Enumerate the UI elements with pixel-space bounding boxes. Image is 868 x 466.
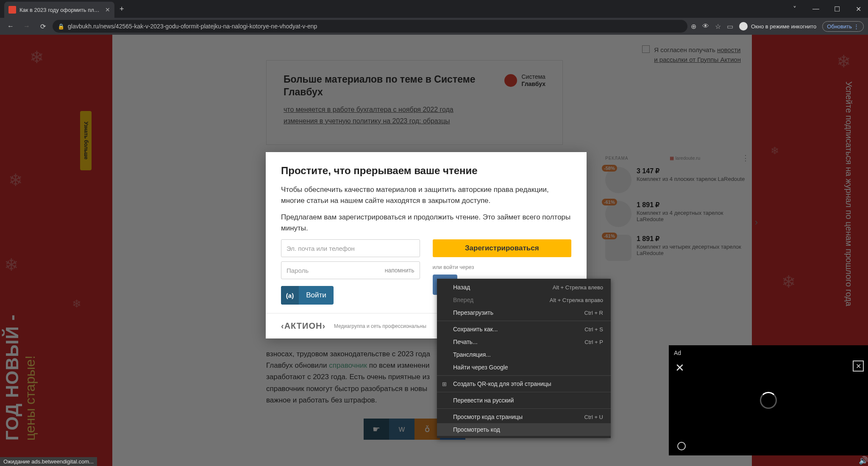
ad-image: -58% — [605, 167, 632, 193]
cm-separator — [437, 408, 611, 409]
newsletter-link[interactable]: и рассылки от Группы Актион — [654, 56, 741, 63]
ad-image: -61% — [605, 235, 632, 261]
favicon-icon — [8, 6, 16, 14]
snowflake-icon: ❄ — [771, 145, 779, 157]
left-banner[interactable]: ❄ ❄ ❄ ❄ ГОД НОВЫЙ - цены старые! Узнать … — [0, 35, 112, 466]
dropdown-icon[interactable]: ˅ — [785, 2, 804, 16]
incognito-icon — [739, 22, 748, 31]
new-tab-button[interactable]: + — [120, 5, 124, 14]
update-button[interactable]: Обновить ⋮ — [822, 21, 864, 32]
cm-search-google[interactable]: Найти через Google — [437, 361, 611, 374]
aktion-logo: ‹АКТИОН› — [281, 321, 326, 331]
ad-next-icon[interactable]: › — [755, 217, 758, 228]
ad-header: РЕКЛАМА ▦ laredoute.ru ⋮ — [605, 153, 749, 163]
register-button[interactable]: Зарегистрироваться — [433, 239, 572, 257]
sound-icon[interactable]: 🔊 — [859, 456, 868, 465]
ad-progress-icon — [677, 442, 686, 450]
ad-close-box-icon[interactable]: ✕ — [853, 361, 864, 372]
cm-create-qr[interactable]: ⊞Создать QR-код для этой страницы — [437, 377, 611, 390]
consent-block: Я согласен получать новости и рассылки о… — [642, 45, 741, 64]
cm-separator — [437, 392, 611, 392]
loading-spinner-icon — [760, 392, 777, 409]
login-button[interactable]: (a) Войти — [281, 286, 334, 305]
ad-item[interactable]: -61% 1 891 ₽ Комплект из 4 десертных тар… — [605, 201, 749, 227]
cm-save-as[interactable]: Сохранить как...Ctrl + S — [437, 323, 611, 336]
minimize-button[interactable]: — — [806, 2, 826, 16]
viewport: ❄ ❄ ❄ ❄ ГОД НОВЫЙ - цены старые! Узнать … — [0, 35, 868, 466]
ad-domain[interactable]: ▦ laredoute.ru — [670, 155, 700, 161]
ad-menu-icon[interactable]: ⋮ — [742, 153, 749, 163]
incognito-label: Окно в режиме инкогнито — [751, 23, 816, 30]
consent-checkbox[interactable] — [642, 45, 650, 53]
reload-button[interactable]: ⟳ — [36, 20, 49, 33]
reference-link[interactable]: справочник — [329, 361, 367, 369]
password-field[interactable]: Пароль напомнить — [281, 261, 420, 279]
cm-view-source[interactable]: Просмотр кода страницыCtrl + U — [437, 411, 611, 423]
reading-list-icon[interactable]: ▭ — [727, 22, 733, 31]
lock-icon: 🔒 — [58, 23, 64, 30]
snowflake-icon: ❄ — [8, 170, 23, 190]
login-prefix-icon: (a) — [281, 286, 299, 305]
cm-separator — [437, 375, 611, 376]
bookmark-icon[interactable]: ☆ — [715, 22, 721, 31]
address-bar: ← → ⟳ 🔒 glavbukh.ru/news/42565-kak-v-202… — [0, 18, 868, 35]
related-materials-box: Система Главбух Больше материалов по тем… — [266, 60, 563, 145]
snowflake-icon: ❄ — [837, 52, 851, 71]
snowflake-icon: ❄ — [72, 297, 81, 311]
snowflake-icon: ❄ — [782, 272, 796, 291]
ad-item[interactable]: -61% 1 891 ₽ Комплект из четырех десертн… — [605, 235, 749, 261]
brand-text: Система Главбух — [521, 73, 545, 88]
url-input[interactable]: 🔒 glavbukh.ru/news/42565-kak-v-2023-godu… — [53, 20, 687, 33]
cm-cast[interactable]: Трансляция... — [437, 348, 611, 361]
share-ok-icon[interactable]: ǒ — [415, 419, 440, 440]
learn-more-sticker[interactable]: Узнать больше — [80, 111, 92, 170]
related-link[interactable]: что меняется в работе бухгалтера с ноябр… — [284, 104, 545, 115]
close-window-button[interactable]: ✕ — [849, 2, 868, 16]
brand-icon — [504, 74, 517, 87]
cm-back[interactable]: НазадAlt + Стрелка влево — [437, 281, 611, 294]
news-link[interactable]: новости — [717, 46, 741, 53]
cm-print[interactable]: Печать...Ctrl + P — [437, 336, 611, 348]
ad-label: Ad — [674, 350, 681, 356]
qr-icon: ⊞ — [442, 381, 447, 387]
cm-translate[interactable]: Перевести на русский — [437, 394, 611, 407]
close-tab-icon[interactable]: ✕ — [105, 6, 110, 13]
cm-inspect[interactable]: Просмотреть код — [437, 423, 611, 436]
remind-link[interactable]: напомнить — [385, 267, 415, 274]
share-vk-icon[interactable]: w — [389, 419, 415, 440]
ad-close-x-icon[interactable]: ✕ — [675, 361, 684, 374]
cm-forward: ВпередAlt + Стрелка вправо — [437, 294, 611, 306]
back-button[interactable]: ← — [4, 20, 17, 33]
context-menu: НазадAlt + Стрелка влево ВпередAlt + Стр… — [437, 279, 611, 438]
maximize-button[interactable]: ☐ — [827, 2, 847, 16]
related-links: что меняется в работе бухгалтера с ноябр… — [284, 104, 545, 127]
consent-text: Я согласен получать новости и рассылки о… — [654, 45, 741, 64]
email-field[interactable]: Эл. почта или телефон — [281, 239, 420, 257]
share-pointer-icon[interactable]: ☛ — [364, 419, 389, 440]
title-bar: Как в 2023 году оформить плат... ✕ + ˅ —… — [0, 0, 868, 18]
cm-reload[interactable]: ПерезагрузитьCtrl + R — [437, 306, 611, 319]
ad-sidebar: РЕКЛАМА ▦ laredoute.ru ⋮ -58% 3 147 ₽ Ко… — [605, 153, 749, 269]
url-text: glavbukh.ru/news/42565-kak-v-2023-godu-o… — [68, 23, 317, 30]
ad-item[interactable]: -58% 3 147 ₽ Комплект из 4 плоских тарел… — [605, 167, 749, 193]
status-bar: Ожидание ads.betweendigital.com... — [0, 457, 97, 466]
eye-off-icon[interactable]: 👁 — [702, 22, 709, 30]
window-controls: ˅ — ☐ ✕ — [785, 2, 868, 16]
snowflake-icon: ❄ — [4, 255, 19, 275]
modal-paragraph: Чтобы обеспечить качество материалов и з… — [281, 184, 571, 206]
zoom-icon[interactable]: ⊕ — [691, 22, 696, 31]
menu-dots-icon: ⋮ — [854, 23, 859, 30]
right-banner-text: Успейте подписаться на журнал по ценам п… — [843, 81, 855, 306]
related-link[interactable]: изменения в учетную политику на 2023 год… — [284, 115, 545, 127]
footer-text: Медиагруппа и сеть профессиональны — [334, 323, 426, 329]
banner-text: ГОД НОВЫЙ - цены старые! — [2, 314, 38, 441]
tab-title: Как в 2023 году оформить плат... — [19, 7, 102, 13]
ad-image: -61% — [605, 201, 632, 227]
address-icons: ⊕ 👁 ☆ ▭ Окно в режиме инкогнито Обновить… — [691, 21, 864, 32]
browser-tab[interactable]: Как в 2023 году оформить плат... ✕ — [4, 2, 114, 18]
modal-title: Простите, что прерываем ваше чтение — [281, 165, 571, 177]
incognito-badge: Окно в режиме инкогнито — [739, 22, 816, 31]
social-label: или войти через — [433, 264, 572, 270]
forward-button[interactable]: → — [20, 20, 33, 33]
cm-separator — [437, 321, 611, 321]
